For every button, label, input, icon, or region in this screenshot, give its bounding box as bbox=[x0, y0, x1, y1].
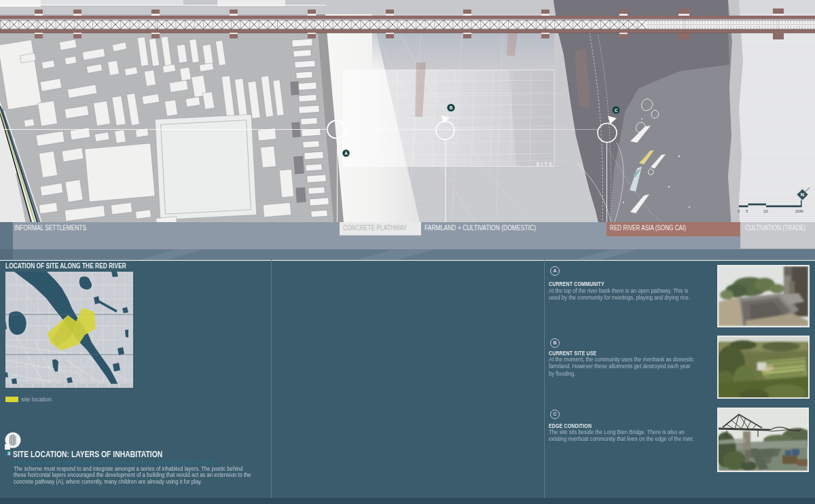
svg-text:CONCRETE PLATHWAY: CONCRETE PLATHWAY bbox=[343, 224, 407, 232]
svg-text:FARMLAND + CULTIVATION (DOMEST: FARMLAND + CULTIVATION (DOMESTIC) bbox=[424, 224, 536, 232]
svg-text:B: B bbox=[450, 105, 453, 110]
svg-text:S I T E: S I T E bbox=[536, 161, 553, 167]
svg-text:INFORMAL SETTLEMENTS: INFORMAL SETTLEMENTS bbox=[14, 224, 86, 232]
svg-text:3: 3 bbox=[7, 450, 11, 456]
svg-text:RED RIVER ASIA (SONG CAI): RED RIVER ASIA (SONG CAI) bbox=[610, 224, 686, 232]
svg-text:A: A bbox=[344, 151, 348, 156]
svg-text:C: C bbox=[615, 108, 618, 113]
svg-text:CULTIVATION (TRADE): CULTIVATION (TRADE) bbox=[745, 224, 805, 232]
svg-text:10: 10 bbox=[763, 209, 768, 213]
svg-text:20M: 20M bbox=[795, 209, 803, 213]
svg-text:N: N bbox=[801, 192, 804, 198]
